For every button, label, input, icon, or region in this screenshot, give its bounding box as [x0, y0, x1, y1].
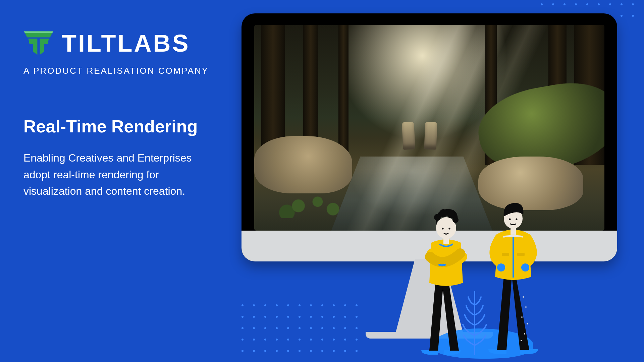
- monitor-stand: [389, 259, 470, 333]
- page-subcopy: Enabling Creatives and Enterprises adopt…: [23, 150, 198, 200]
- svg-point-21: [521, 340, 522, 341]
- tiltlabs-logo-icon: [23, 30, 54, 56]
- hero-illustration: [241, 13, 617, 339]
- brand-tagline: A PRODUCT REALISATION COMPANY: [23, 66, 211, 76]
- brand-lockup: TILTLABS: [23, 30, 211, 56]
- rendered-scene: [254, 25, 604, 231]
- page-headline: Real-Time Rendering: [23, 116, 211, 136]
- monitor-chin: [241, 231, 617, 261]
- brand-name: TILTLABS: [62, 31, 190, 55]
- hero-text-block: TILTLABS A PRODUCT REALISATION COMPANY R…: [23, 30, 211, 200]
- monitor-frame: [241, 13, 617, 261]
